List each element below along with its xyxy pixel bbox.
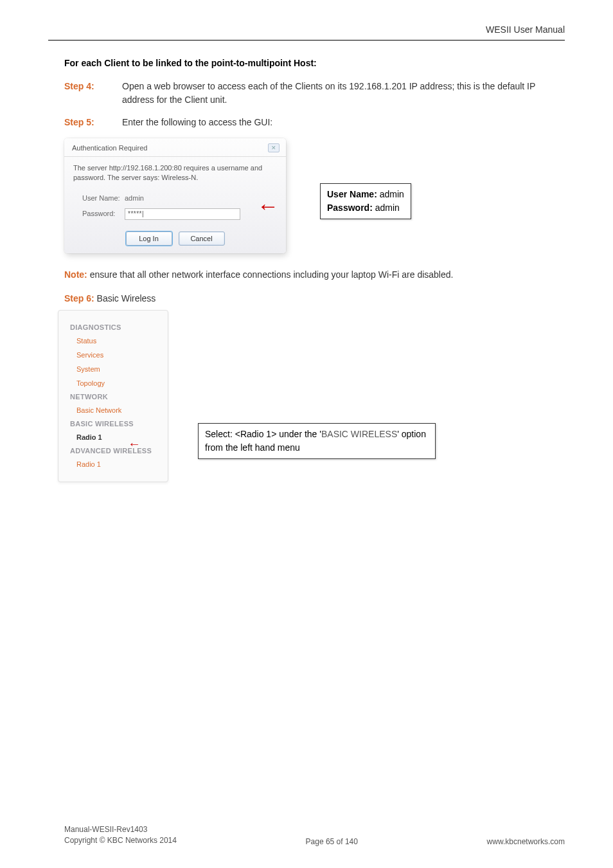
page-footer: Manual-WESII-Rev1403 Copyright © KBC Net… — [64, 824, 565, 846]
password-label: Password: — [73, 209, 125, 219]
callout2-p5: under the ' — [279, 429, 321, 439]
step5-label: Step 5: — [64, 116, 122, 129]
note-text: Note: ensure that all other network inte… — [64, 268, 565, 282]
callout-password-label: Password: — [327, 203, 373, 213]
auth-dialog: Authentication Required ✕ The server htt… — [64, 138, 286, 253]
note-body: ensure that all other network interface … — [90, 269, 454, 280]
login-button[interactable]: Log In — [126, 231, 172, 246]
sidebar-figure: DIAGNOSTICS Status Services System Topol… — [64, 310, 565, 490]
credentials-callout: User Name: admin Password: admin — [320, 183, 411, 219]
step6-text: Basic Wireless — [97, 293, 156, 303]
callout2-p1: Select: — [205, 429, 233, 439]
sidebar-group-basic-wireless: BASIC WIRELESS — [58, 417, 168, 430]
select-callout: Select: <Radio 1> under the 'BASIC WIREL… — [198, 423, 436, 459]
sidebar-item-radio1-adv[interactable]: Radio 1 — [58, 457, 168, 471]
sidebar-item-services[interactable]: Services — [58, 348, 168, 362]
sidebar-item-basic-network[interactable]: Basic Network — [58, 403, 168, 417]
callout2-p6: BASIC WIRELESS — [321, 429, 397, 439]
header-divider — [48, 40, 565, 41]
footer-url: www.kbcnetworks.com — [487, 837, 565, 846]
username-label: User Name: — [73, 194, 125, 203]
close-icon[interactable]: ✕ — [268, 143, 280, 152]
sidebar-item-status[interactable]: Status — [58, 334, 168, 348]
step5-text: Enter the following to access the GUI: — [122, 116, 565, 129]
username-value[interactable]: admin — [125, 194, 144, 203]
auth-dialog-figure: Authentication Required ✕ The server htt… — [64, 138, 565, 254]
footer-manual-id: Manual-WESII-Rev1403 — [64, 824, 177, 835]
sidebar-group-network: NETWORK — [58, 390, 168, 403]
footer-copyright: Copyright © KBC Networks 2014 — [64, 835, 177, 846]
callout-username-label: User Name: — [327, 189, 377, 199]
step4-label: Step 4: — [64, 80, 122, 107]
callout2-p4: > — [271, 429, 276, 439]
password-mask: ***** — [128, 210, 142, 219]
dialog-message: The server http://192.168.1.200:80 requi… — [73, 163, 277, 183]
sidebar-group-diagnostics: DIAGNOSTICS — [58, 321, 168, 334]
cancel-button[interactable]: Cancel — [179, 231, 225, 246]
footer-page-number: Page 65 of 140 — [306, 837, 358, 846]
arrow-icon: ← — [128, 437, 141, 451]
step6-label: Step 6: — [64, 293, 94, 303]
sidebar-nav: DIAGNOSTICS Status Services System Topol… — [58, 310, 168, 482]
arrow-icon: ← — [257, 195, 279, 217]
sidebar-item-topology[interactable]: Topology — [58, 376, 168, 390]
header-title: WESII User Manual — [486, 24, 565, 35]
sidebar-item-system[interactable]: System — [58, 362, 168, 376]
dialog-title-text: Authentication Required — [72, 144, 147, 152]
section-heading: For each Client to be linked to the poin… — [64, 58, 565, 68]
note-label: Note: — [64, 269, 87, 280]
sidebar-item-radio1[interactable]: Radio 1 — [58, 430, 168, 444]
callout2-p3: Radio 1 — [240, 429, 271, 439]
step4-text: Open a web browser to access each of the… — [122, 80, 565, 107]
callout-username-value: admin — [380, 189, 404, 199]
callout-password-value: admin — [375, 203, 400, 213]
password-input[interactable]: *****| — [125, 208, 240, 220]
sidebar-group-advanced-wireless: ADVANCED WIRELESS — [58, 444, 168, 457]
callout2-p2: < — [235, 429, 240, 439]
